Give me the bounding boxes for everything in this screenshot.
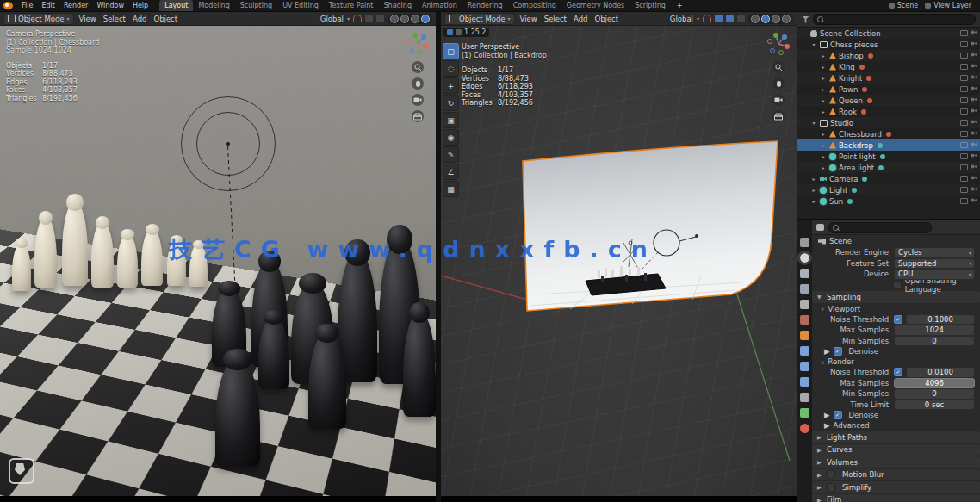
panel-motion-blur[interactable]: ▶Motion Blur — [812, 469, 980, 481]
snap-magnet-icon[interactable] — [703, 15, 711, 22]
properties-tab-render[interactable] — [800, 253, 809, 263]
viewport-visibility-icon[interactable] — [960, 86, 968, 92]
render-visibility-icon[interactable] — [971, 97, 977, 102]
outliner-row-bishop[interactable]: ▸Bishop — [797, 50, 980, 61]
expander-icon[interactable]: ▸ — [820, 108, 827, 115]
perspective-toggle-button[interactable] — [772, 110, 785, 122]
outliner-row-chessboard[interactable]: ▸Chessboard — [797, 128, 980, 139]
subsection-viewport[interactable]: ∨Viewport — [812, 304, 980, 314]
viewport-visibility-icon[interactable] — [960, 142, 968, 148]
render-visibility-icon[interactable] — [971, 75, 977, 79]
viewport-center-canvas[interactable]: 1 25.2 ▢◌+↻▣◉✎∠▦ User Perspective (1) Co… — [441, 26, 797, 496]
outliner-row-studio[interactable]: ▾Studio — [797, 117, 980, 128]
shading-material-button[interactable] — [772, 15, 780, 23]
field-value-max-samples[interactable]: 1024 — [894, 325, 975, 336]
expander-icon[interactable]: ▸ — [810, 187, 817, 193]
field-value-noise-threshold[interactable]: 0.0100 — [906, 367, 975, 378]
tool-measure[interactable]: ∠ — [443, 164, 459, 180]
pan-hand-button[interactable] — [772, 77, 785, 90]
viewport-visibility-icon[interactable] — [960, 176, 968, 182]
snap-toggle-icon[interactable] — [715, 15, 723, 22]
view-layer-selector[interactable]: View Layer — [925, 2, 971, 9]
tab-animation[interactable]: Animation — [417, 0, 462, 11]
checkbox-simplify[interactable] — [827, 483, 835, 492]
checkbox-denoise[interactable]: ✓ — [834, 411, 842, 419]
properties-editor-icon[interactable] — [816, 224, 824, 231]
zoom-button[interactable] — [772, 61, 785, 73]
viewport-visibility-icon[interactable] — [960, 164, 968, 170]
checkbox-noise-threshold[interactable]: ✓ — [894, 315, 902, 324]
filter-icon[interactable] — [802, 16, 809, 23]
menu-file[interactable]: File — [17, 0, 37, 11]
menu-window[interactable]: Window — [92, 0, 128, 11]
render-visibility-icon[interactable] — [971, 187, 977, 191]
viewport-menu-view[interactable]: View — [76, 15, 100, 23]
viewport-visibility-icon[interactable] — [960, 75, 968, 81]
tab-uv-editing[interactable]: UV Editing — [277, 0, 324, 11]
checkbox-noise-threshold[interactable]: ✓ — [894, 368, 902, 376]
shading-solid-button[interactable] — [400, 15, 409, 23]
tab-texture-paint[interactable]: Texture Paint — [324, 0, 379, 11]
panel-film[interactable]: ▶Film — [812, 494, 980, 502]
shading-rendered-button[interactable] — [782, 15, 791, 23]
shading-material-button[interactable] — [411, 15, 419, 23]
tab-scripting[interactable]: Scripting — [630, 0, 671, 11]
outliner-row-backdrop[interactable]: ▸Backdrop — [797, 139, 980, 151]
annotate-tool-icon[interactable] — [9, 458, 34, 484]
tool-transform[interactable]: ◉ — [443, 129, 459, 146]
expander-icon[interactable]: ▸ — [820, 131, 827, 137]
shading-wireframe-button[interactable] — [390, 15, 399, 23]
render-visibility-icon[interactable] — [971, 142, 977, 146]
render-visibility-icon[interactable] — [971, 120, 977, 124]
tool-box-select[interactable]: ▢ — [443, 43, 459, 59]
tool-rotate[interactable]: ↻ — [443, 95, 459, 111]
collapsed-advanced[interactable]: ▶Advanced — [812, 420, 980, 431]
viewport-visibility-icon[interactable] — [960, 64, 968, 70]
overlays-toggle-icon[interactable] — [737, 15, 745, 22]
pan-hand-button[interactable] — [412, 77, 424, 90]
tab-shading[interactable]: Shading — [378, 0, 417, 11]
checkbox-open-shading-language[interactable] — [893, 281, 902, 289]
stats-chip[interactable]: 1 25.2 — [443, 28, 489, 37]
outliner-row-sun[interactable]: ▸Sun — [797, 195, 980, 207]
properties-tab-tool[interactable] — [800, 238, 809, 247]
tab-rendering[interactable]: Rendering — [462, 0, 508, 11]
outliner-row-pawn[interactable]: ▸Pawn — [797, 84, 980, 95]
properties-tab-modifiers[interactable] — [800, 346, 809, 356]
field-value-min-samples[interactable]: 0 — [894, 388, 975, 400]
outliner-row-point-light[interactable]: ▸Point light — [797, 151, 980, 162]
viewport-visibility-icon[interactable] — [960, 97, 968, 103]
viewport-visibility-icon[interactable] — [960, 30, 968, 36]
viewport-menu-select[interactable]: Select — [541, 15, 570, 23]
properties-tab-view-layer[interactable] — [800, 284, 809, 294]
camera-view-button[interactable] — [412, 94, 424, 106]
outliner-row-rook[interactable]: ▸Rook — [797, 106, 980, 117]
menu-help[interactable]: Help — [128, 0, 152, 11]
field-value-render-engine[interactable]: Cycles — [894, 247, 975, 258]
viewport-left-canvas[interactable]: Camera Perspective (1) Collection | Ches… — [0, 26, 436, 496]
render-visibility-icon[interactable] — [971, 41, 977, 46]
orientation-dropdown[interactable]: Global — [670, 15, 693, 23]
tool-add-cube[interactable]: ▦ — [443, 181, 459, 197]
blender-logo-icon[interactable] — [3, 2, 13, 9]
render-visibility-icon[interactable] — [971, 30, 977, 34]
overlays-toggle-icon[interactable] — [376, 15, 384, 22]
expander-icon[interactable]: ▸ — [820, 64, 827, 70]
render-visibility-icon[interactable] — [971, 164, 977, 169]
field-value-min-samples[interactable]: 0 — [894, 336, 975, 347]
render-visibility-icon[interactable] — [971, 176, 977, 180]
expander-icon[interactable]: ▸ — [820, 153, 827, 159]
viewport-menu-object[interactable]: Object — [591, 15, 622, 23]
outliner-row-camera[interactable]: ▸Camera — [797, 173, 980, 184]
expander-icon[interactable]: ▸ — [820, 142, 827, 148]
expander-icon[interactable]: ▸ — [820, 75, 827, 81]
tab-sculpting[interactable]: Sculpting — [235, 0, 277, 11]
menu-edit[interactable]: Edit — [37, 0, 59, 11]
properties-tab-object[interactable] — [800, 331, 809, 340]
expander-icon[interactable]: ▸ — [810, 198, 817, 204]
expander-icon[interactable]: ▸ — [810, 176, 817, 182]
subsection-render[interactable]: ∨Render — [812, 356, 980, 367]
tool-move[interactable]: + — [443, 77, 459, 94]
shading-solid-button[interactable] — [761, 15, 770, 23]
viewport-visibility-icon[interactable] — [960, 53, 968, 59]
